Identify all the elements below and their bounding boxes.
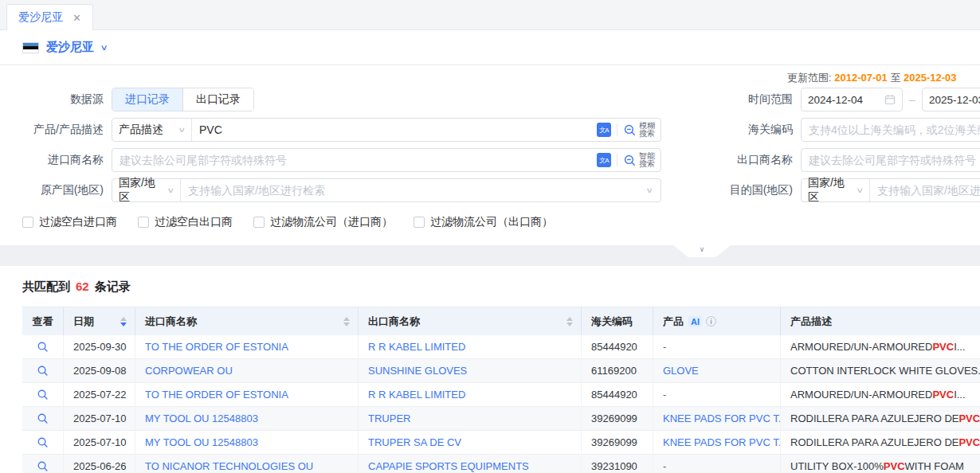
view-button[interactable] [22,335,64,358]
view-button[interactable] [22,383,64,406]
datasource-option[interactable]: 进口记录 [112,88,182,111]
table-row: 2025-06-26TO NICANOR TECHNOLOGIES OUCAPA… [22,455,980,473]
exporter-link[interactable]: R R KABEL LIMITED [359,335,582,358]
importer-link[interactable]: TO NICANOR TECHNOLOGIES OU [135,455,359,473]
product-desc-cell: RODILLERA PARA AZULEJERO DE PVC [781,407,980,430]
view-button[interactable] [22,359,64,382]
date-cell: 2025-06-26 [64,455,135,473]
origin-country-label: 原产国(地区) [0,183,112,197]
product-cell: - [653,335,781,358]
close-icon[interactable]: ✕ [73,13,81,23]
chevron-down-icon: ∨ [167,186,175,194]
origin-type-select[interactable]: 国家/地区 ∨ [112,179,181,201]
hs-code-cell: 61169200 [582,359,653,382]
product-link[interactable]: KNEE PADS FOR PVC T... [653,431,781,454]
product-link[interactable]: KNEE PADS FOR PVC T... [653,407,781,430]
importer-label: 进口商名称 [0,153,112,167]
tab-title: 爱沙尼亚 [18,10,63,25]
product-cell: - [653,383,781,406]
hs-code-input[interactable] [802,119,980,141]
date-range-separator: – [907,93,917,106]
destination-country-input[interactable] [870,179,980,201]
exporter-link[interactable]: TRUPER [359,407,582,430]
sort-date[interactable] [120,317,127,326]
results-table: 查看 日期 进口商名称 出口商名称 海关编码 产品 AI i 产品描述 2025… [22,307,980,473]
update-range: 更新范围: 2012-07-01 至 2025-12-03 [787,71,957,85]
table-row: 2025-09-30TO THE ORDER OF ESTONIAR R KAB… [22,335,980,359]
importer-link[interactable]: CORPOWEAR OU [135,359,359,382]
product-link[interactable]: GLOVE [653,359,781,382]
search-icon [37,365,49,377]
smart-label-2: 搜索 [639,160,655,168]
search-icon [37,341,49,353]
exporter-box [801,148,980,172]
info-icon[interactable]: i [706,316,716,326]
translate-icon[interactable]: 文A [597,153,611,167]
chevron-down-icon: ∨ [178,126,186,134]
exporter-link[interactable]: TRUPER SA DE CV [359,431,582,454]
origin-country-input[interactable] [181,179,647,201]
date-to-input[interactable]: 2025-12-03 [922,88,980,111]
date-from-value: 2024-12-04 [808,94,884,106]
filter-checkbox[interactable]: 过滤物流公司（出口商） [414,215,553,229]
checkbox-box-icon[interactable] [22,217,33,228]
origin-type-value: 国家/地区 [119,176,163,205]
smart-search-button[interactable]: 智能搜索 [623,152,655,168]
calendar-icon[interactable] [884,94,896,105]
country-name: 爱沙尼亚 [46,40,94,55]
chevron-down-icon[interactable]: ∨ [646,186,654,194]
date-cell: 2025-07-22 [64,383,135,406]
importer-combo: 文A 智能搜索 [112,148,661,172]
fuzzy-search-button[interactable]: 模糊搜索 [623,122,655,138]
date-to-value: 2025-12-03 [929,94,980,106]
checkbox-box-icon[interactable] [253,217,265,228]
panel-gap: ∨ [0,245,980,266]
filter-checkbox[interactable]: 过滤空白进口商 [22,215,117,229]
datasource-option[interactable]: 出口记录 [182,88,253,111]
view-button[interactable] [22,455,64,473]
destination-country-label: 目的国(地区) [673,183,801,197]
hs-code-cell: 85444920 [582,383,653,406]
product-label: 产品/产品描述 [0,123,112,137]
hs-code-cell: 39269099 [582,431,653,454]
product-type-select[interactable]: 产品描述 ∨ [112,119,192,141]
date-from-input[interactable]: 2024-12-04 [801,88,903,111]
header-hs-code: 海关编码 [582,307,653,335]
collapse-handle[interactable]: ∨ [673,245,731,257]
estonia-flag-icon [22,42,39,53]
product-input[interactable] [192,119,597,141]
view-button[interactable] [22,407,64,430]
header-importer-label: 进口商名称 [145,315,197,329]
keyword-highlight: PVC [958,412,980,424]
exporter-label: 出口商名称 [673,153,801,167]
importer-input[interactable] [112,149,597,171]
view-button[interactable] [22,431,64,454]
fuzzy-label-2: 搜索 [639,130,655,138]
checkbox-box-icon[interactable] [414,217,425,228]
exporter-link[interactable]: R R KABEL LIMITED [359,383,582,406]
tab-estonia[interactable]: 爱沙尼亚 ✕ [6,4,93,30]
exporter-input[interactable] [802,149,980,171]
table-header: 查看 日期 进口商名称 出口商名称 海关编码 产品 AI i 产品描述 [22,307,980,335]
filter-checkbox[interactable]: 过滤物流公司（进口商） [253,215,393,229]
search-icon [37,389,49,401]
translate-icon[interactable]: 文A [597,123,611,137]
date-cell: 2025-07-10 [64,407,135,430]
product-desc-cell: ARMOURED/UN-ARMOURED PVC I... [781,335,980,358]
sort-importer[interactable] [343,317,350,326]
checkbox-box-icon[interactable] [138,217,149,228]
datasource-toggle: 进口记录出口记录 [112,88,254,111]
chevron-down-icon[interactable]: ∨ [100,43,108,52]
results-prefix: 共匹配到 [22,280,70,295]
destination-type-select[interactable]: 国家/地区 ∨ [802,179,870,201]
importer-link[interactable]: TO THE ORDER OF ESTONIA [135,383,359,406]
importer-link[interactable]: MY TOOL OU 12548803 [135,407,359,430]
exporter-link[interactable]: SUNSHINE GLOVES [359,359,582,382]
filter-checkbox[interactable]: 过滤空白出口商 [138,215,233,229]
results-panel: 共匹配到 62 条记录 查看 日期 进口商名称 出口商名称 海关编码 产品 AI… [0,266,980,473]
importer-link[interactable]: TO THE ORDER OF ESTONIA [135,335,359,358]
sort-exporter[interactable] [566,317,573,326]
importer-link[interactable]: MY TOOL OU 12548803 [135,431,359,454]
exporter-link[interactable]: CAPAPIE SPORTS EQUIPMENTS [359,455,582,473]
table-row: 2025-07-10MY TOOL OU 12548803TRUPER39269… [22,407,980,431]
